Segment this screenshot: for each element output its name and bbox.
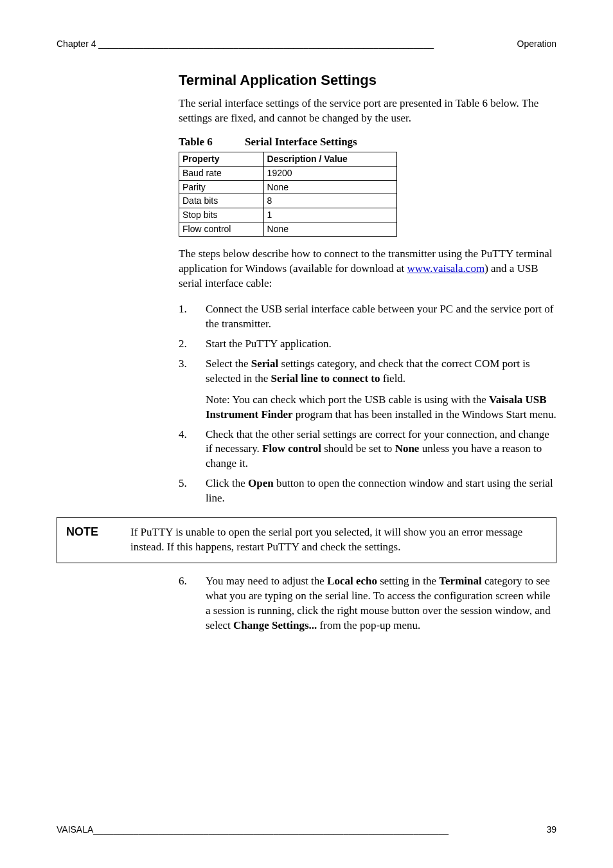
- step-4: Check that the other serial settings are…: [179, 428, 556, 472]
- note-wrapper: NOTE If PuTTY is unable to open the seri…: [57, 517, 556, 563]
- table-row: Stop bits1: [179, 208, 397, 222]
- col-value: Description / Value: [263, 152, 396, 166]
- table-title: Serial Interface Settings: [245, 136, 357, 148]
- step-1: Connect the USB serial interface cable b…: [179, 302, 556, 332]
- settings-table: Property Description / Value Baud rate19…: [179, 152, 397, 237]
- body-content-continued: You may need to adjust the Local echo se…: [179, 574, 556, 633]
- table-row: ParityNone: [179, 180, 397, 194]
- note-box: NOTE If PuTTY is unable to open the seri…: [57, 517, 556, 563]
- table-caption: Table 6 Serial Interface Settings: [179, 135, 556, 150]
- steps-list-continued: You may need to adjust the Local echo se…: [179, 574, 556, 633]
- note-label: NOTE: [58, 519, 129, 561]
- table-header-row: Property Description / Value: [179, 152, 397, 166]
- footer-left: VAISALA_________________________________…: [57, 824, 449, 835]
- step-2: Start the PuTTY application.: [179, 337, 556, 352]
- page-header: Chapter 4 ______________________________…: [57, 39, 556, 49]
- step-5: Click the Open button to open the connec…: [179, 476, 556, 506]
- section-title: Terminal Application Settings: [179, 72, 556, 89]
- intro-paragraph: The serial interface settings of the ser…: [179, 96, 556, 126]
- header-left: Chapter 4 ______________________________…: [57, 39, 434, 49]
- note-body: If PuTTY is unable to open the serial po…: [130, 519, 555, 561]
- step-3: Select the Serial settings category, and…: [179, 357, 556, 422]
- table-row: Baud rate19200: [179, 166, 397, 180]
- table-row: Data bits8: [179, 194, 397, 208]
- footer-page-number: 39: [546, 824, 556, 835]
- col-property: Property: [179, 152, 264, 166]
- header-right: Operation: [517, 39, 556, 49]
- body-content: The serial interface settings of the ser…: [179, 96, 556, 506]
- step-3-note: Note: You can check which port the USB c…: [206, 393, 556, 422]
- step-6: You may need to adjust the Local echo se…: [179, 574, 556, 633]
- after-table-paragraph: The steps below describe how to connect …: [179, 247, 556, 291]
- page-footer: VAISALA_________________________________…: [57, 824, 556, 835]
- steps-list: Connect the USB serial interface cable b…: [179, 302, 556, 506]
- table-row: Flow controlNone: [179, 222, 397, 237]
- table-number: Table 6: [179, 136, 213, 148]
- vaisala-link[interactable]: www.vaisala.com: [407, 262, 484, 275]
